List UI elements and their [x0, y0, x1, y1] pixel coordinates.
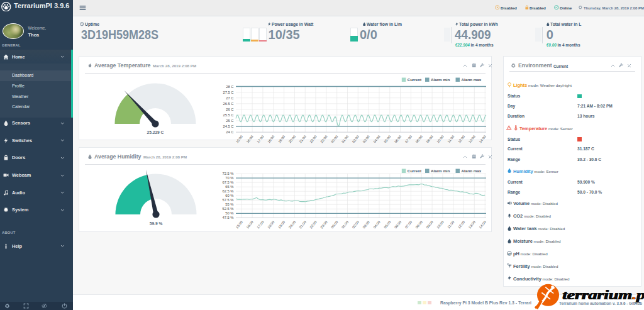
- svg-text:26.5 C: 26.5 C: [223, 102, 233, 106]
- svg-text:22:00: 22:00: [309, 220, 317, 229]
- svg-text:47.5 %: 47.5 %: [222, 216, 233, 219]
- svg-text:16:00: 16:00: [245, 220, 253, 229]
- svg-text:07:00: 07:00: [404, 220, 413, 229]
- svg-text:15:00: 15:00: [235, 135, 243, 143]
- svg-text:57.5 %: 57.5 %: [222, 198, 233, 202]
- svg-text:04:00: 04:00: [372, 220, 380, 229]
- svg-text:13:00: 13:00: [468, 220, 476, 229]
- svg-text:08:00: 08:00: [415, 220, 423, 229]
- svg-text:01:00: 01:00: [341, 220, 349, 229]
- svg-text:09:00: 09:00: [425, 220, 433, 229]
- svg-text:23:00: 23:00: [319, 220, 328, 229]
- svg-text:13:00: 13:00: [468, 135, 476, 143]
- svg-text:22:00: 22:00: [309, 135, 317, 143]
- svg-text:11:00: 11:00: [447, 220, 455, 229]
- svg-text:27.5 C: 27.5 C: [223, 91, 233, 94]
- svg-text:06:00: 06:00: [394, 135, 402, 143]
- svg-text:10:00: 10:00: [436, 135, 444, 143]
- svg-text:Alarm max: Alarm max: [462, 169, 482, 173]
- svg-text:60 %: 60 %: [225, 194, 233, 197]
- svg-text:15:00: 15:00: [235, 220, 243, 229]
- svg-text:52.5 %: 52.5 %: [222, 207, 233, 211]
- svg-text:67.5 %: 67.5 %: [222, 180, 233, 184]
- svg-text:20:00: 20:00: [288, 135, 296, 143]
- svg-text:Current: Current: [408, 169, 421, 173]
- svg-text:27 C: 27 C: [226, 96, 233, 100]
- svg-text:16:00: 16:00: [245, 135, 253, 143]
- svg-text:09:00: 09:00: [425, 135, 433, 143]
- svg-text:Alarm max: Alarm max: [462, 77, 482, 82]
- svg-text:59.9 %: 59.9 %: [150, 221, 163, 226]
- svg-text:05:00: 05:00: [383, 220, 391, 229]
- svg-text:25.229 C: 25.229 C: [147, 130, 164, 135]
- svg-text:62.5 %: 62.5 %: [222, 189, 233, 193]
- svg-text:65 %: 65 %: [225, 185, 233, 189]
- svg-text:14:00: 14:00: [479, 135, 487, 143]
- svg-text:Alarm min: Alarm min: [431, 77, 450, 82]
- svg-text:02:00: 02:00: [352, 135, 360, 143]
- svg-text:pH: pH: [508, 252, 511, 255]
- svg-text:50 %: 50 %: [225, 211, 233, 215]
- svg-text:03:00: 03:00: [362, 220, 370, 229]
- svg-text:72.5 %: 72.5 %: [222, 172, 233, 175]
- svg-text:14:00: 14:00: [479, 220, 487, 229]
- svg-text:55 %: 55 %: [225, 202, 233, 206]
- svg-text:10:00: 10:00: [436, 220, 444, 229]
- svg-text:19:00: 19:00: [277, 135, 286, 143]
- svg-text:21:00: 21:00: [299, 135, 307, 143]
- svg-text:12:00: 12:00: [457, 135, 465, 143]
- svg-text:70 %: 70 %: [225, 176, 233, 180]
- svg-text:23:00: 23:00: [319, 135, 328, 143]
- svg-text:24.5 C: 24.5 C: [223, 125, 233, 128]
- svg-text:06:00: 06:00: [394, 220, 402, 229]
- svg-text:00:00: 00:00: [330, 220, 338, 229]
- svg-text:08:00: 08:00: [415, 135, 423, 143]
- svg-text:02:00: 02:00: [352, 220, 360, 229]
- svg-text:Alarm min: Alarm min: [431, 169, 450, 173]
- svg-text:04:00: 04:00: [372, 135, 380, 143]
- svg-text:20:00: 20:00: [288, 220, 296, 229]
- svg-text:24 C: 24 C: [226, 130, 233, 134]
- svg-text:25.5 C: 25.5 C: [223, 113, 233, 117]
- svg-text:26 C: 26 C: [226, 108, 233, 111]
- svg-text:Current: Current: [408, 77, 421, 82]
- svg-text:18:00: 18:00: [267, 135, 275, 143]
- svg-text:00:00: 00:00: [330, 135, 338, 143]
- svg-text:19:00: 19:00: [277, 220, 286, 229]
- svg-text:07:00: 07:00: [404, 135, 413, 143]
- svg-text:05:00: 05:00: [383, 135, 391, 143]
- svg-text:03:00: 03:00: [362, 135, 370, 143]
- svg-text:25 C: 25 C: [226, 119, 233, 123]
- svg-text:17:00: 17:00: [256, 135, 264, 143]
- svg-text:11:00: 11:00: [447, 135, 455, 143]
- svg-text:18:00: 18:00: [267, 220, 275, 229]
- svg-text:17:00: 17:00: [256, 220, 264, 229]
- svg-text:28 C: 28 C: [226, 85, 233, 89]
- svg-text:01:00: 01:00: [341, 135, 349, 143]
- svg-text:21:00: 21:00: [299, 220, 307, 229]
- svg-text:12:00: 12:00: [457, 220, 465, 229]
